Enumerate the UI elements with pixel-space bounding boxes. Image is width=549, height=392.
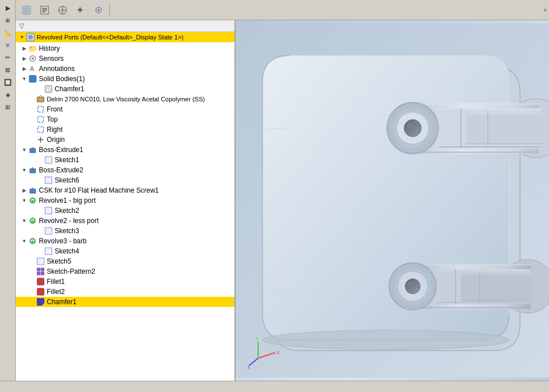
- svg-text:Z: Z: [247, 364, 251, 369]
- solid-bodies-arrow[interactable]: [20, 75, 28, 83]
- tree-item-material[interactable]: Delrin 2700 NC010, Low Viscosity Acetal …: [16, 94, 234, 104]
- svg-rect-42: [37, 268, 40, 271]
- svg-rect-74: [461, 273, 531, 301]
- toolbar-icon-6[interactable]: ⊠: [2, 64, 14, 75]
- tree-item-csk[interactable]: CSK for #10 Flat Head Machine Screw1: [16, 185, 234, 195]
- svg-rect-24: [38, 127, 43, 132]
- svg-rect-38: [45, 228, 52, 234]
- annotations-icon: A: [28, 64, 37, 73]
- tree-item-revolve1[interactable]: Revolve1 - big port: [16, 195, 234, 206]
- tree-item-chamfer1-body[interactable]: Chamfer1: [16, 84, 234, 94]
- chamfer1-body-icon: [44, 84, 53, 93]
- svg-rect-57: [466, 114, 544, 145]
- svg-rect-43: [41, 268, 44, 271]
- annotations-label: Annotations: [39, 65, 74, 73]
- svg-rect-46: [37, 278, 44, 285]
- boss-extrude1-arrow[interactable]: [20, 146, 28, 154]
- svg-rect-41: [37, 258, 44, 265]
- tree-item-sketch2[interactable]: Sketch2: [16, 206, 234, 216]
- tree-item-sketch6[interactable]: Sketch6: [16, 175, 234, 185]
- toolbar-icon-7[interactable]: 🔲: [2, 77, 14, 88]
- sketch-pattern2-icon: [36, 267, 45, 276]
- tree-item-origin[interactable]: Origin: [16, 135, 234, 145]
- svg-rect-44: [37, 272, 40, 275]
- toolbar-icon-1[interactable]: ▶: [2, 2, 14, 14]
- tree-item-right[interactable]: Right: [16, 124, 234, 135]
- toolbar-icon-2[interactable]: ⊕: [2, 15, 14, 26]
- tree-item-sketch4[interactable]: Sketch4: [16, 246, 234, 256]
- tree-root[interactable]: Revolved Ports (Default<<Default>_Displa…: [16, 32, 234, 42]
- origin-label: Origin: [47, 136, 65, 144]
- tab-display-manager[interactable]: [90, 2, 107, 18]
- toolbar-icon-8[interactable]: ◈: [2, 89, 14, 100]
- csk-label: CSK for #10 Flat Head Machine Screw1: [39, 186, 159, 194]
- tree-item-revolve3[interactable]: Revolve3 - barb: [16, 236, 234, 246]
- material-label: Delrin 2700 NC010, Low Viscosity Acetal …: [47, 96, 205, 103]
- tree-item-solid-bodies[interactable]: Solid Bodies(1): [16, 74, 234, 84]
- fillet1-label: Fillet1: [47, 278, 65, 286]
- svg-point-39: [30, 238, 36, 244]
- svg-marker-31: [30, 167, 36, 169]
- tree-item-front[interactable]: Front: [16, 104, 234, 114]
- sensors-arrow[interactable]: [20, 55, 28, 63]
- svg-rect-47: [37, 288, 44, 295]
- toolbar-icon-4[interactable]: ≡: [2, 39, 14, 51]
- tree-item-annotations[interactable]: A Annotations: [16, 64, 234, 74]
- sketch4-label: Sketch4: [55, 247, 79, 255]
- tree-item-sketch-pattern2[interactable]: Sketch-Pattern2: [16, 266, 234, 277]
- revolve3-icon: [28, 237, 37, 246]
- tree-item-revolve2[interactable]: Revolve2 - less port: [16, 216, 234, 226]
- tree-item-boss-extrude1[interactable]: Boss-Extrude1: [16, 145, 234, 155]
- tree-item-fillet1[interactable]: Fillet1: [16, 277, 234, 287]
- revolve3-label: Revolve3 - barb: [39, 237, 87, 245]
- sketch6-icon: [44, 176, 53, 185]
- sketch-pattern2-label: Sketch-Pattern2: [47, 268, 95, 275]
- tab-features[interactable]: [18, 2, 35, 18]
- svg-line-89: [250, 358, 258, 365]
- sketch2-label: Sketch2: [55, 207, 79, 215]
- sketch5-label: Sketch5: [47, 257, 71, 265]
- viewport[interactable]: X Y Z: [236, 20, 549, 381]
- tree-item-sketch1[interactable]: Sketch1: [16, 155, 234, 165]
- toolbar-expand[interactable]: »: [543, 7, 547, 13]
- sketch5-icon: [36, 257, 45, 266]
- toolbar-icon-5[interactable]: ✏: [2, 52, 14, 63]
- tab-property-manager[interactable]: [36, 2, 53, 18]
- svg-rect-23: [38, 117, 43, 122]
- root-label: Revolved Ports (Default<<Default>_Displa…: [37, 34, 183, 41]
- revolve2-icon: [28, 216, 37, 225]
- svg-marker-28: [30, 147, 36, 149]
- tab-dimxpert[interactable]: ✚: [72, 2, 89, 18]
- tree-item-sketch3[interactable]: Sketch3: [16, 226, 234, 236]
- top-toolbar: ✚ »: [16, 0, 549, 20]
- svg-text:Y: Y: [255, 336, 259, 341]
- tree-item-fillet2[interactable]: Fillet2: [16, 287, 234, 297]
- boss-extrude2-arrow[interactable]: [20, 166, 28, 174]
- csk-arrow[interactable]: [20, 186, 28, 194]
- svg-point-63: [407, 123, 413, 128]
- chamfer1-label: Chamfer1: [47, 298, 77, 306]
- annotations-arrow[interactable]: [20, 65, 28, 73]
- svg-rect-1: [24, 7, 29, 13]
- tree-item-sensors[interactable]: Sensors: [16, 54, 234, 64]
- revolve2-arrow[interactable]: [20, 217, 28, 225]
- toolbar-icon-9[interactable]: ⊞: [2, 101, 14, 113]
- history-arrow[interactable]: [20, 44, 28, 52]
- tree-item-top[interactable]: Top: [16, 114, 234, 124]
- svg-point-80: [408, 282, 413, 286]
- filter-bar: ▽: [16, 20, 234, 32]
- tree-item-sketch5[interactable]: Sketch5: [16, 256, 234, 266]
- tree-item-history[interactable]: 📁 History: [16, 43, 234, 54]
- tree-item-boss-extrude2[interactable]: Boss-Extrude2: [16, 165, 234, 175]
- root-arrow[interactable]: [18, 33, 26, 41]
- filter-icon[interactable]: ▽: [19, 22, 24, 30]
- tab-configuration-manager[interactable]: [54, 2, 71, 18]
- tree-item-chamfer1[interactable]: Chamfer1: [16, 297, 234, 307]
- toolbar-icon-3[interactable]: 📐: [2, 27, 14, 38]
- revolve1-arrow[interactable]: [20, 197, 28, 204]
- origin-icon: [36, 135, 45, 144]
- sketch2-icon: [44, 206, 53, 215]
- revolve3-arrow[interactable]: [20, 237, 28, 245]
- svg-text:X: X: [276, 350, 280, 355]
- svg-point-15: [32, 57, 34, 60]
